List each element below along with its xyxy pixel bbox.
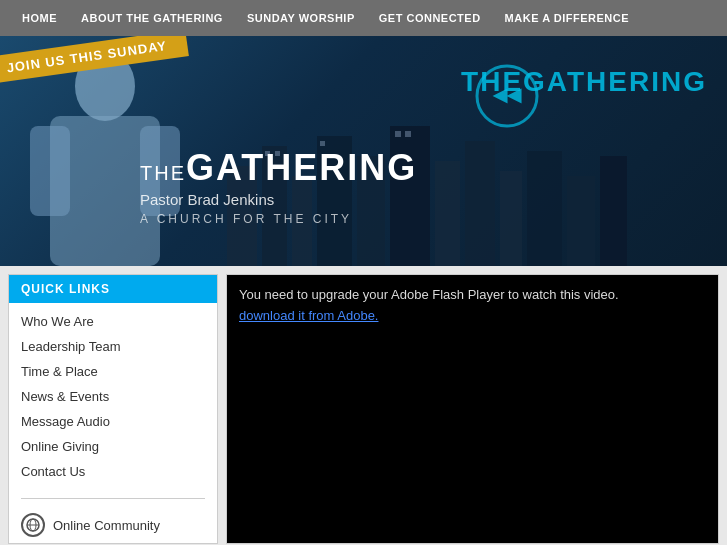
sidebar-link-online-giving[interactable]: Online Giving [9, 434, 217, 459]
svg-rect-14 [320, 141, 325, 146]
sidebar-link-time-place[interactable]: Time & Place [9, 359, 217, 384]
navbar: HOMEABOUT THE GATHERINGSUNDAY WORSHIPGET… [0, 0, 727, 36]
quick-links-header: QUICK LINKS [9, 275, 217, 303]
sidebar-divider [21, 498, 205, 499]
hero-title-the: THE [140, 162, 186, 184]
svg-rect-16 [405, 131, 411, 137]
nav-item-connected[interactable]: GET CONNECTED [367, 12, 493, 24]
flash-message: You need to upgrade your Adobe Flash Pla… [239, 287, 706, 302]
hero-main-text: THEGATHERING Pastor Brad Jenkins A CHURC… [140, 147, 417, 226]
sidebar: QUICK LINKS Who We AreLeadership TeamTim… [8, 274, 218, 544]
sidebar-link-contact-us[interactable]: Contact Us [9, 459, 217, 484]
hero-tagline: A CHURCH FOR THE CITY [140, 212, 417, 226]
svg-text:◀◀: ◀◀ [492, 85, 522, 105]
nav-item-about[interactable]: ABOUT THE GATHERING [69, 12, 235, 24]
svg-rect-8 [500, 171, 522, 266]
svg-rect-9 [527, 151, 562, 266]
hero-banner: ◀◀ THEGATHERING JOIN US THIS SUNDAY THEG… [0, 36, 727, 266]
svg-rect-7 [465, 141, 495, 266]
nav-item-difference[interactable]: MAKE A DIFFERENCE [493, 12, 641, 24]
hero-gathering-icon: ◀◀ [472, 61, 542, 135]
svg-rect-15 [395, 131, 401, 137]
flash-download-link[interactable]: download it from Adobe. [239, 308, 706, 323]
sidebar-link-message-audio[interactable]: Message Audio [9, 409, 217, 434]
content-area: QUICK LINKS Who We AreLeadership TeamTim… [0, 266, 727, 545]
sidebar-link-leadership-team[interactable]: Leadership Team [9, 334, 217, 359]
online-community-icon [21, 513, 45, 537]
svg-rect-6 [435, 161, 460, 266]
nav-item-sunday[interactable]: SUNDAY WORSHIP [235, 12, 367, 24]
online-community-label: Online Community [53, 518, 160, 533]
svg-rect-11 [600, 156, 627, 266]
svg-rect-19 [30, 126, 70, 216]
svg-rect-10 [567, 176, 595, 266]
sidebar-link-news-events[interactable]: News & Events [9, 384, 217, 409]
hero-title: THEGATHERING [140, 147, 417, 189]
online-community-item[interactable]: Online Community [9, 507, 217, 543]
sidebar-links: Who We AreLeadership TeamTime & PlaceNew… [9, 303, 217, 490]
hero-title-gathering: GATHERING [186, 147, 417, 188]
hero-pastor: Pastor Brad Jenkins [140, 191, 417, 208]
video-area: You need to upgrade your Adobe Flash Pla… [227, 275, 718, 543]
sidebar-link-who-we-are[interactable]: Who We Are [9, 309, 217, 334]
main-content: You need to upgrade your Adobe Flash Pla… [226, 274, 719, 544]
nav-item-home[interactable]: HOME [10, 12, 69, 24]
